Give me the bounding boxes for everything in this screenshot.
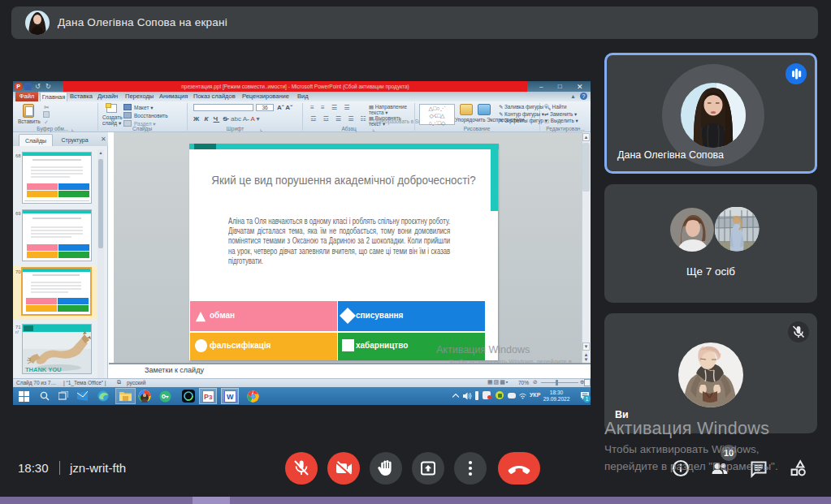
svg-text:THANK YOU: THANK YOU xyxy=(25,366,61,373)
